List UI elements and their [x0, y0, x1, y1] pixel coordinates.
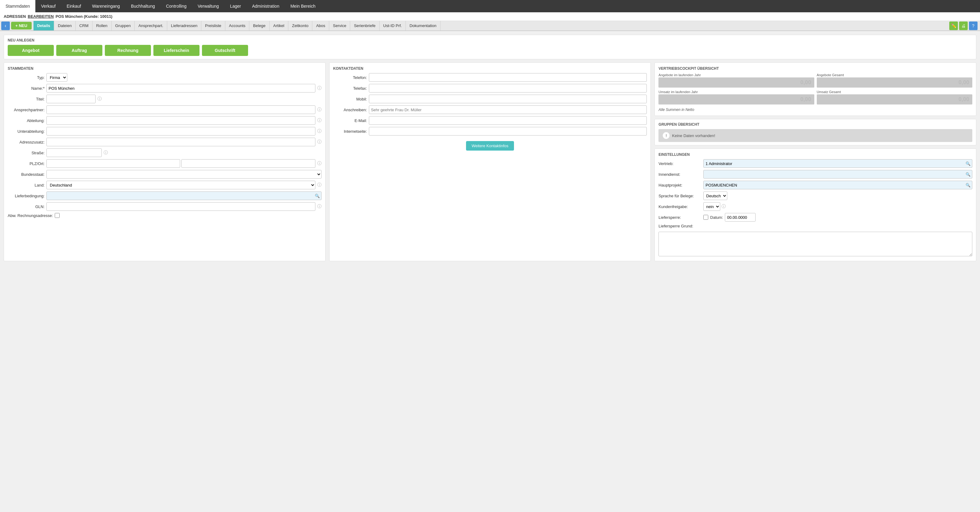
adresszusatz-input[interactable] — [46, 138, 315, 146]
innendienst-input[interactable] — [703, 170, 972, 178]
vertrieb-search-icon[interactable]: 🔍 — [966, 161, 970, 166]
rechnung-button[interactable]: Rechnung — [105, 45, 151, 56]
datum-input[interactable] — [725, 213, 756, 222]
innendienst-search-icon[interactable]: 🔍 — [966, 172, 970, 177]
back-button[interactable]: ‹ — [1, 22, 10, 30]
angebote-laufend-item: Angebote im laufenden Jahr 0,00 — [659, 73, 814, 87]
name-info-icon[interactable]: ⓘ — [317, 86, 321, 91]
tab-dokumentation[interactable]: Dokumentation — [406, 21, 440, 30]
nav-controlling[interactable]: Controlling — [161, 0, 192, 12]
unterabteilung-info-icon[interactable]: ⓘ — [317, 129, 321, 134]
tab-abos[interactable]: Abos — [312, 21, 329, 30]
nav-buchhaltung[interactable]: Buchhaltung — [126, 0, 161, 12]
tab-details[interactable]: Details — [33, 21, 54, 30]
anschreiben-input[interactable] — [369, 105, 647, 114]
land-label: Land: — [8, 183, 45, 188]
ansprechpartner-input[interactable] — [46, 105, 315, 114]
liefersperre-checkbox[interactable] — [703, 215, 708, 220]
telefax-row: Telefax: — [333, 84, 647, 92]
nav-lager[interactable]: Lager — [224, 0, 247, 12]
plz-input[interactable] — [46, 159, 180, 168]
strasse-input[interactable] — [46, 148, 102, 157]
tab-accounts[interactable]: Accounts — [225, 21, 249, 30]
abteilung-label: Abteilung: — [8, 118, 45, 123]
kundenfreigabe-label: Kundenfreigabe: — [659, 204, 702, 209]
nav-mein-bereich[interactable]: Mein Bereich — [285, 0, 321, 12]
abteilung-info-icon[interactable]: ⓘ — [317, 118, 321, 123]
tab-action-icons: ✏️ 🖨 ? — [949, 22, 979, 30]
hauptprojekt-input[interactable] — [703, 181, 972, 189]
innendienst-label: Innendienst: — [659, 172, 702, 177]
lieferschein-button[interactable]: Lieferschein — [153, 45, 199, 56]
breadcrumb-edit[interactable]: BEARBEITEN — [28, 14, 54, 19]
email-input[interactable] — [369, 116, 647, 125]
gln-input[interactable] — [46, 202, 315, 211]
tab-ansprechpart[interactable]: Ansprechpart. — [135, 21, 167, 30]
tab-preisliste[interactable]: Preisliste — [201, 21, 225, 30]
tab-belege[interactable]: Belege — [249, 21, 269, 30]
kundenfreigabe-select[interactable]: nein ja — [703, 202, 720, 211]
titel-input[interactable] — [46, 95, 95, 103]
plzort-inputs — [46, 159, 315, 168]
ort-input[interactable] — [181, 159, 315, 168]
tab-ustid[interactable]: Ust-ID Prf. — [380, 21, 406, 30]
abw-row: Abw. Rechnungsadresse: — [8, 213, 321, 218]
abteilung-input[interactable] — [46, 116, 315, 125]
help-icon-btn[interactable]: ? — [969, 22, 978, 30]
weitere-kontaktinfos-button[interactable]: Weitere Kontaktinfos — [466, 141, 514, 151]
tab-zeitkonto[interactable]: Zeitkonto — [288, 21, 312, 30]
lieferbedingung-search-icon[interactable]: 🔍 — [315, 194, 320, 198]
innendienst-wrap: 🔍 — [703, 170, 972, 178]
kundenfreigabe-info-icon[interactable]: ⓘ — [721, 204, 726, 209]
lieferbedingung-input[interactable] — [46, 191, 321, 200]
adresszusatz-row: Adresszusatz: ⓘ — [8, 138, 321, 146]
tab-crm[interactable]: CRM — [76, 21, 92, 30]
bundesstaat-select[interactable] — [46, 170, 321, 178]
innendienst-row: Innendienst: 🔍 — [659, 170, 972, 178]
hauptprojekt-search-icon[interactable]: 🔍 — [966, 183, 970, 188]
land-select[interactable]: Deutschland — [46, 181, 315, 189]
typ-select[interactable]: Firma — [46, 73, 67, 82]
hauptprojekt-wrap: 🔍 — [703, 181, 972, 189]
gutschrift-button[interactable]: Gutschrift — [202, 45, 248, 56]
sprache-select[interactable]: Deutsch — [703, 191, 727, 200]
nav-administration[interactable]: Administration — [247, 0, 285, 12]
abw-checkbox[interactable] — [55, 213, 60, 218]
nav-wareneingang[interactable]: Wareneingang — [87, 0, 126, 12]
land-row: Land: Deutschland ⓘ — [8, 181, 321, 189]
tab-artikel[interactable]: Artikel — [270, 21, 288, 30]
kontaktdaten-title: KONTAKTDATEN — [333, 67, 647, 71]
edit-icon-btn[interactable]: ✏️ — [949, 22, 958, 30]
strasse-info-icon[interactable]: ⓘ — [103, 150, 108, 156]
print-icon-btn[interactable]: 🖨 — [959, 22, 968, 30]
plzort-info-icon[interactable]: ⓘ — [317, 161, 321, 166]
nav-verwaltung[interactable]: Verwaltung — [192, 0, 224, 12]
angebot-button[interactable]: Angebot — [8, 45, 54, 56]
auftrag-button[interactable]: Auftrag — [56, 45, 102, 56]
tab-service[interactable]: Service — [329, 21, 350, 30]
gln-info-icon[interactable]: ⓘ — [317, 204, 321, 209]
name-input[interactable] — [46, 84, 315, 92]
land-info-icon[interactable]: ⓘ — [317, 182, 321, 188]
neu-anlegen-section: NEU ANLEGEN Angebot Auftrag Rechnung Lie… — [4, 35, 976, 59]
liefersperre-grund-textarea[interactable] — [659, 232, 972, 256]
nav-stammdaten[interactable]: Stammdaten — [0, 0, 35, 12]
tab-dateien[interactable]: Dateien — [54, 21, 76, 30]
tab-serienbriefe[interactable]: Serienbriefe — [350, 21, 379, 30]
tab-rollen[interactable]: Rollen — [92, 21, 111, 30]
telefon-input[interactable] — [369, 73, 647, 82]
telefax-input[interactable] — [369, 84, 647, 92]
ansprechpartner-info-icon[interactable]: ⓘ — [317, 107, 321, 113]
vertrieb-input[interactable] — [703, 159, 972, 168]
internetseite-input[interactable] — [369, 127, 647, 135]
adresszusatz-info-icon[interactable]: ⓘ — [317, 139, 321, 145]
mobil-input[interactable] — [369, 95, 647, 103]
new-button[interactable]: + NEU — [11, 22, 32, 30]
tab-gruppen[interactable]: Gruppen — [111, 21, 135, 30]
umsatz-laufend-value: 0,00 — [659, 94, 814, 105]
nav-verkauf[interactable]: Verkauf — [35, 0, 61, 12]
tab-lieferadressen[interactable]: Lieferadressen — [167, 21, 201, 30]
titel-info-icon[interactable]: ⓘ — [97, 96, 102, 102]
nav-einkauf[interactable]: Einkauf — [61, 0, 87, 12]
unterabteilung-input[interactable] — [46, 127, 315, 135]
